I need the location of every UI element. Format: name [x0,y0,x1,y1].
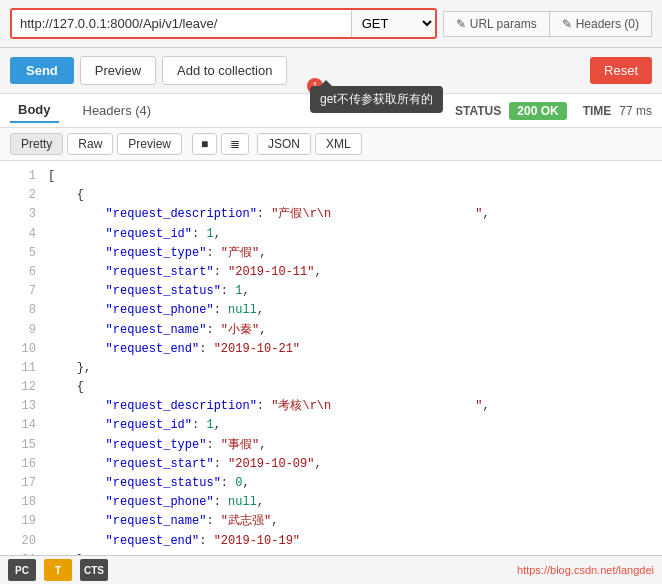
line-number: 10 [8,340,36,359]
headers-tab[interactable]: ✎ Headers (0) [549,11,652,37]
time-value: 77 ms [619,104,652,118]
code-line: 16 "request_start": "2019-10-09", [0,455,662,474]
time-label: TIME [583,104,612,118]
code-line: 10 "request_end": "2019-10-21" [0,340,662,359]
line-number: 19 [8,512,36,531]
line-content: "request_description": "产假\r\n ", [48,205,490,224]
status-label: STATUS [455,104,501,118]
line-content: "request_start": "2019-10-11", [48,263,322,282]
line-number: 11 [8,359,36,378]
line-content: "request_type": "事假", [48,436,266,455]
url-params-tab[interactable]: ✎ URL params [443,11,549,37]
code-line: 17 "request_status": 0, [0,474,662,493]
code-line: 4 "request_id": 1, [0,225,662,244]
raw-button[interactable]: Raw [67,133,113,155]
line-number: 7 [8,282,36,301]
line-content: "request_id": 1, [48,416,221,435]
line-number: 15 [8,436,36,455]
headers-label: Headers (0) [576,17,639,31]
line-content: "request_phone": null, [48,493,264,512]
line-content: [ [48,167,55,186]
format-icon-button[interactable]: ≣ [221,133,249,155]
t-icon: T [44,559,72,581]
line-number: 3 [8,205,36,224]
format-bar: Pretty Raw Preview ■ ≣ JSON XML [0,128,662,161]
url-params-label: URL params [470,17,537,31]
bottom-url: https://blog.csdn.net/langdei [517,564,654,576]
code-line: 8 "request_phone": null, [0,301,662,320]
line-number: 9 [8,321,36,340]
top-right-tabs: ✎ URL params ✎ Headers (0) [443,11,652,37]
send-button[interactable]: Send [10,57,74,84]
copy-icon-button[interactable]: ■ [192,133,217,155]
line-number: 14 [8,416,36,435]
pc-icon: PC [8,559,36,581]
line-content: "request_status": 0, [48,474,250,493]
url-input-wrapper: GET POST PUT DELETE [10,8,437,39]
line-number: 13 [8,397,36,416]
line-number: 2 [8,186,36,205]
code-line: 5 "request_type": "产假", [0,244,662,263]
code-line: 15 "request_type": "事假", [0,436,662,455]
pretty-button[interactable]: Pretty [10,133,63,155]
code-line: 19 "request_name": "武志强", [0,512,662,531]
code-line: 13 "request_description": "考核\r\n ", [0,397,662,416]
line-number: 1 [8,167,36,186]
code-line: 1[ [0,167,662,186]
line-number: 20 [8,532,36,551]
line-content: "request_start": "2019-10-09", [48,455,322,474]
line-content: "request_phone": null, [48,301,264,320]
line-number: 4 [8,225,36,244]
headers-icon: ✎ [562,17,572,31]
xml-button[interactable]: XML [315,133,362,155]
code-line: 11 }, [0,359,662,378]
status-info: STATUS 200 OK TIME 77 ms [455,102,652,120]
code-line: 2 { [0,186,662,205]
url-params-icon: ✎ [456,17,466,31]
preview-button[interactable]: Preview [80,56,156,85]
line-content: { [48,186,84,205]
code-line: 14 "request_id": 1, [0,416,662,435]
url-bar: GET POST PUT DELETE ✎ URL params ✎ Heade… [0,0,662,48]
code-line: 20 "request_end": "2019-10-19" [0,532,662,551]
json-button[interactable]: JSON [257,133,311,155]
line-number: 6 [8,263,36,282]
cts-icon: CTS [80,559,108,581]
code-area: 1[2 {3 "request_description": "产假\r\n ",… [0,161,662,584]
url-input[interactable] [12,10,351,37]
line-number: 12 [8,378,36,397]
reset-button[interactable]: Reset [590,57,652,84]
body-tab[interactable]: Body [10,98,59,123]
line-content: "request_name": "武志强", [48,512,278,531]
headers-response-tab[interactable]: Headers (4) [75,99,160,122]
bottom-bar: PC T CTS https://blog.csdn.net/langdei [0,555,662,584]
code-line: 9 "request_name": "小秦", [0,321,662,340]
line-content: }, [48,359,91,378]
line-number: 16 [8,455,36,474]
line-content: "request_end": "2019-10-21" [48,340,300,359]
code-line: 3 "request_description": "产假\r\n ", [0,205,662,224]
status-badge: 200 OK [509,102,566,120]
line-number: 18 [8,493,36,512]
tooltip: get不传参获取所有的 [310,86,443,113]
code-line: 6 "request_start": "2019-10-11", [0,263,662,282]
line-content: "request_end": "2019-10-19" [48,532,300,551]
add-collection-button[interactable]: Add to collection [162,56,287,85]
code-line: 12 { [0,378,662,397]
action-bar: Send Preview Add to collection Reset 1 g… [0,48,662,94]
line-content: "request_id": 1, [48,225,221,244]
code-line: 18 "request_phone": null, [0,493,662,512]
line-content: "request_type": "产假", [48,244,266,263]
code-line: 7 "request_status": 1, [0,282,662,301]
method-select[interactable]: GET POST PUT DELETE [351,10,435,37]
bottom-icons: PC T CTS [8,559,108,581]
line-content: "request_name": "小秦", [48,321,266,340]
line-content: "request_status": 1, [48,282,250,301]
line-content: "request_description": "考核\r\n ", [48,397,490,416]
line-number: 17 [8,474,36,493]
preview-format-button[interactable]: Preview [117,133,182,155]
line-number: 8 [8,301,36,320]
line-content: { [48,378,84,397]
line-number: 5 [8,244,36,263]
